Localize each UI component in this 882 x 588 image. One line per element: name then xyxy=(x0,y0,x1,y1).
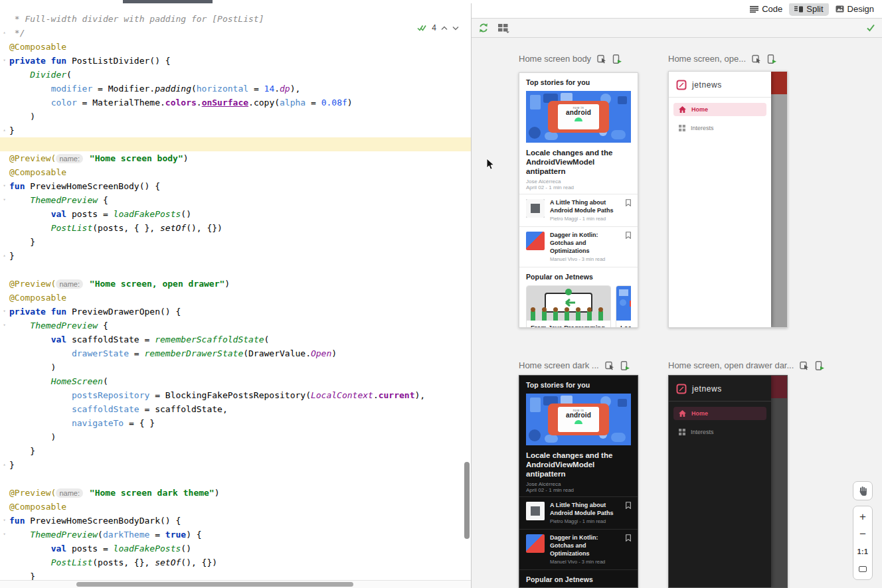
fold-marker-icon[interactable]: ▾ xyxy=(1,179,8,193)
vertical-scrollbar[interactable] xyxy=(464,462,470,539)
interactive-preview-icon[interactable] xyxy=(605,361,614,370)
popular-cards-row: From Java Programming Langua...Florina M… xyxy=(526,285,631,328)
code-line[interactable]: ▾private fun PreviewDrawerOpen() { xyxy=(0,305,471,319)
code-line[interactable]: ▴} xyxy=(0,123,471,137)
code-line[interactable]: @Preview(name: "Home screen body") xyxy=(0,151,471,165)
drawer-item-label: Home xyxy=(691,106,708,113)
code-line[interactable]: ▾ ThemedPreview { xyxy=(0,193,471,207)
code-line[interactable]: val posts = loadFakePosts() xyxy=(0,542,471,555)
code-line[interactable]: ) xyxy=(0,110,471,123)
code-line[interactable]: ▾ ThemedPreview(darkTheme = true) { xyxy=(0,528,471,542)
code-line[interactable] xyxy=(0,137,471,151)
interactive-preview-icon[interactable] xyxy=(597,54,606,64)
code-area[interactable]: * Full-width divider with padding for [P… xyxy=(0,12,471,583)
preview-canvas[interactable]: Home screen body Home screen, ope... Hom… xyxy=(472,38,882,588)
code-line[interactable]: ▴} xyxy=(0,458,471,472)
fold-marker-icon[interactable]: ▾ xyxy=(1,305,8,319)
code-line[interactable]: ) xyxy=(0,430,471,444)
hero-brand-text: android xyxy=(558,110,599,116)
zoom-actual-button[interactable]: 1:1 xyxy=(853,544,872,559)
code-line[interactable]: @Composable xyxy=(0,165,471,179)
zoom-in-button[interactable]: + xyxy=(853,509,872,525)
horizontal-scrollbar-track[interactable] xyxy=(0,580,471,588)
code-line[interactable]: drawerState = rememberDrawerState(Drawer… xyxy=(0,346,471,360)
deploy-preview-icon[interactable] xyxy=(815,361,824,370)
code-line[interactable]: ▴ */ xyxy=(0,26,471,40)
code-line[interactable] xyxy=(0,472,471,486)
code-line[interactable]: @Preview(name: "Home screen, open drawer… xyxy=(0,277,471,291)
post-title: Dagger in Kotlin: Gotchas and Optimizati… xyxy=(550,534,620,557)
code-line[interactable]: scaffoldState = scaffoldState, xyxy=(0,402,471,416)
preview-thumbnail-home-screen-body[interactable]: Top stories for younow inandroidLocale c… xyxy=(519,72,638,328)
featured-post-title: Locale changes and the AndroidViewModel … xyxy=(526,451,631,478)
pan-button[interactable] xyxy=(853,481,873,500)
zoom-controls: + − 1:1 xyxy=(853,506,873,580)
code-line[interactable]: modifier = Modifier.padding(horizontal =… xyxy=(0,82,471,96)
deploy-preview-icon[interactable] xyxy=(612,54,622,64)
code-line[interactable]: navigateTo = { } xyxy=(0,416,471,430)
deploy-preview-icon[interactable] xyxy=(767,54,776,64)
code-line[interactable]: postsRepository = BlockingFakePostsRepos… xyxy=(0,388,471,402)
fold-marker-icon[interactable]: ▾ xyxy=(1,54,8,68)
fold-marker-icon[interactable]: ▾ xyxy=(1,193,8,207)
horizontal-scrollbar[interactable] xyxy=(76,582,353,587)
fold-marker-icon[interactable]: ▴ xyxy=(1,123,8,137)
code-line[interactable]: ▾private fun PostListDivider() { xyxy=(0,54,471,68)
code-line[interactable]: HomeScreen( xyxy=(0,374,471,388)
design-mode-icon xyxy=(836,5,844,13)
code-line[interactable] xyxy=(0,263,471,277)
preview-header-2: Home screen, ope... xyxy=(668,54,776,64)
mode-button-split[interactable]: Split xyxy=(789,2,828,16)
hero-brand-text: android xyxy=(558,412,599,419)
code-line[interactable]: * Full-width divider with padding for [P… xyxy=(0,12,471,26)
jetnews-app-name: jetnews xyxy=(692,384,722,394)
code-line[interactable]: ▾fun PreviewHomeScreenBodyDark() { xyxy=(0,514,471,528)
interactive-preview-icon[interactable] xyxy=(800,361,809,370)
code-line[interactable]: val posts = loadFakePosts() xyxy=(0,207,471,221)
code-editor[interactable]: * Full-width divider with padding for [P… xyxy=(0,0,472,588)
code-line[interactable]: PostList(posts, {}, setOf(), {}) xyxy=(0,555,471,569)
code-line[interactable]: } xyxy=(0,444,471,458)
window-top-strip xyxy=(0,0,882,3)
inspection-widget[interactable]: 4 xyxy=(417,23,459,33)
post-thumbnail xyxy=(526,502,545,520)
fold-marker-icon[interactable]: ▾ xyxy=(1,319,8,332)
code-line[interactable]: Divider( xyxy=(0,68,471,82)
code-line[interactable]: @Preview(name: "Home screen dark theme") xyxy=(0,486,471,500)
code-line[interactable]: ▾fun PreviewHomeScreenBody() { xyxy=(0,179,471,193)
code-line[interactable]: ▾ ThemedPreview { xyxy=(0,319,471,332)
code-line[interactable]: @Composable xyxy=(0,291,471,305)
code-line[interactable]: @Composable xyxy=(0,500,471,514)
refresh-icon[interactable] xyxy=(478,23,489,33)
android-studio-window: * Full-width divider with padding for [P… xyxy=(0,0,882,588)
fold-marker-icon[interactable]: ▾ xyxy=(1,528,8,542)
zoom-fit-button[interactable] xyxy=(853,561,872,577)
fold-marker-icon[interactable]: ▴ xyxy=(1,458,8,472)
code-line[interactable]: } xyxy=(0,235,471,249)
hero-phone-illustration: now inandroid xyxy=(548,101,609,133)
file-tab-fragment[interactable] xyxy=(123,0,213,3)
mode-button-design[interactable]: Design xyxy=(830,2,879,16)
code-line[interactable]: PostList(posts, { }, setOf(), {}) xyxy=(0,221,471,235)
code-line[interactable]: ▴} xyxy=(0,249,471,263)
deploy-preview-icon[interactable] xyxy=(620,361,630,370)
preview-thumbnail-open-drawer-dark[interactable]: jetnewsHomeInterests xyxy=(668,375,788,588)
interests-icon xyxy=(679,125,685,131)
code-line[interactable]: @Composable xyxy=(0,40,471,54)
popular-post-title: From Java Programming Langua... xyxy=(531,324,606,328)
post-title: A Little Thing about Android Module Path… xyxy=(550,199,620,214)
fold-marker-icon[interactable]: ▴ xyxy=(1,249,8,263)
code-line[interactable]: ) xyxy=(0,360,471,374)
fold-marker-icon[interactable]: ▴ xyxy=(1,26,8,40)
code-line[interactable]: color = MaterialTheme.colors.onSurface.c… xyxy=(0,96,471,110)
zoom-out-button[interactable]: − xyxy=(853,526,872,542)
next-inspection-icon[interactable] xyxy=(452,26,459,31)
mode-button-code[interactable]: Code xyxy=(745,2,788,16)
fold-marker-icon[interactable]: ▾ xyxy=(1,514,8,528)
preview-thumbnail-dark-theme[interactable]: Top stories for younow inandroidLocale c… xyxy=(519,375,638,588)
prev-inspection-icon[interactable] xyxy=(441,26,448,31)
preview-thumbnail-open-drawer[interactable]: jetnewsHomeInterests xyxy=(668,71,788,328)
code-line[interactable]: val scaffoldState = rememberScaffoldStat… xyxy=(0,332,471,346)
interactive-preview-icon[interactable] xyxy=(752,54,761,64)
grid-view-icon[interactable] xyxy=(498,23,510,33)
